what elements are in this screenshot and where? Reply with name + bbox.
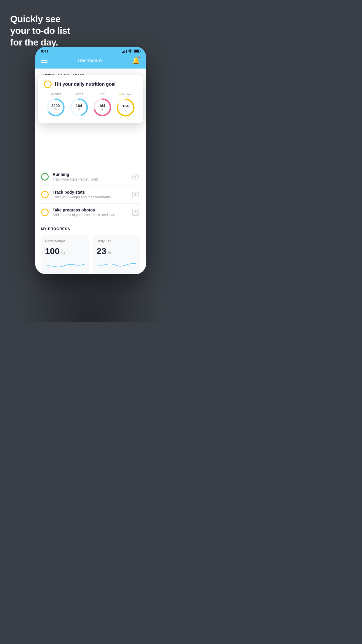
- body-fat-title: Body Fat: [97, 239, 136, 243]
- nutrition-card-header: Hit your daily nutrition goal: [44, 80, 137, 88]
- hero-text: Quickly see your to-do list for the day.: [10, 13, 70, 48]
- todo-list: Running Track your stats (target: 5km) T…: [35, 168, 146, 221]
- todo-title-running: Running: [53, 172, 127, 177]
- signal-icon: [122, 50, 127, 53]
- body-fat-number: 23: [97, 246, 106, 256]
- todo-info-body-stats: Track body stats Enter your weight and m…: [53, 190, 127, 199]
- carbs-item: Carbs 164 g: [69, 92, 89, 117]
- header-title: Dashboard: [78, 58, 102, 64]
- battery-icon: [134, 50, 140, 53]
- todo-checkbox-body-stats[interactable]: [41, 191, 49, 198]
- nutrition-checkbox[interactable]: [44, 80, 52, 88]
- todo-subtitle-running: Track your stats (target: 5km): [53, 177, 127, 181]
- wifi-icon: [128, 49, 132, 53]
- body-fat-value: 23 %: [97, 246, 136, 256]
- protein-value: 164 g: [122, 104, 129, 111]
- status-time: 9:41: [41, 49, 49, 53]
- todo-checkbox-running[interactable]: [41, 173, 49, 181]
- running-icon: [131, 172, 140, 181]
- body-fat-unit: %: [108, 251, 111, 255]
- todo-info-running: Running Track your stats (target: 5km): [53, 172, 127, 181]
- scale-icon: [131, 190, 140, 199]
- body-weight-chart: [45, 260, 85, 269]
- body-weight-card[interactable]: Body Weight 100 kg: [41, 235, 89, 274]
- fat-ring: 164 g: [92, 97, 112, 117]
- fat-label: Fat: [100, 92, 105, 96]
- carbs-value: 164 g: [76, 104, 82, 111]
- todo-title-body-stats: Track body stats: [53, 190, 127, 195]
- status-bar: 9:41: [35, 47, 146, 55]
- todo-checkbox-progress-photos[interactable]: [41, 209, 49, 216]
- progress-cards: Body Weight 100 kg Body Fat 23 %: [41, 235, 140, 274]
- calories-item: Calories 2000 cal: [46, 92, 66, 117]
- todo-title-progress-photos: Take progress photos: [53, 208, 127, 212]
- nutrition-card-title: Hit your daily nutrition goal: [55, 82, 116, 87]
- status-icons: [122, 49, 140, 53]
- body-weight-value: 100 kg: [45, 246, 85, 256]
- calories-value: 2000 cal: [51, 104, 60, 111]
- calories-label: Calories: [50, 92, 61, 96]
- carbs-label: Carbs: [75, 92, 83, 96]
- todo-info-progress-photos: Take progress photos Add images of your …: [53, 208, 127, 217]
- notification-badge: [138, 56, 140, 59]
- progress-header: MY PROGRESS: [41, 227, 140, 231]
- body-weight-title: Body Weight: [45, 239, 85, 243]
- body-weight-unit: kg: [61, 251, 65, 255]
- todo-item-running[interactable]: Running Track your stats (target: 5km): [41, 168, 140, 186]
- todo-item-progress-photos[interactable]: Take progress photos Add images of your …: [41, 203, 140, 221]
- protein-label: ★ Protein: [119, 92, 133, 96]
- app-header: Dashboard 🔔: [35, 55, 146, 69]
- calories-ring: 2000 cal: [46, 97, 66, 117]
- protein-item: ★ Protein 164 g: [116, 92, 136, 118]
- fat-item: Fat 164 g: [92, 92, 112, 117]
- progress-section: MY PROGRESS Body Weight 100 kg Body Fat …: [35, 221, 146, 274]
- nutrition-circles: Calories 2000 cal Carbs: [44, 92, 137, 118]
- star-icon: ★: [119, 92, 122, 96]
- todo-subtitle-progress-photos: Add images of your front, back, and side: [53, 213, 127, 217]
- notifications-button[interactable]: 🔔: [132, 57, 140, 64]
- todo-subtitle-body-stats: Enter your weight and measurements: [53, 195, 127, 199]
- body-weight-number: 100: [45, 246, 60, 256]
- todo-item-body-stats[interactable]: Track body stats Enter your weight and m…: [41, 186, 140, 203]
- fat-value: 164 g: [99, 104, 106, 111]
- person-icon: [131, 208, 140, 217]
- carbs-ring: 164 g: [69, 97, 89, 117]
- body-fat-chart: [97, 260, 136, 269]
- protein-ring: 164 g: [116, 98, 136, 118]
- body-fat-card[interactable]: Body Fat 23 %: [93, 235, 140, 274]
- hamburger-menu-button[interactable]: [41, 59, 48, 63]
- nutrition-card: Hit your daily nutrition goal Calories 2…: [38, 75, 143, 123]
- svg-point-3: [134, 211, 136, 213]
